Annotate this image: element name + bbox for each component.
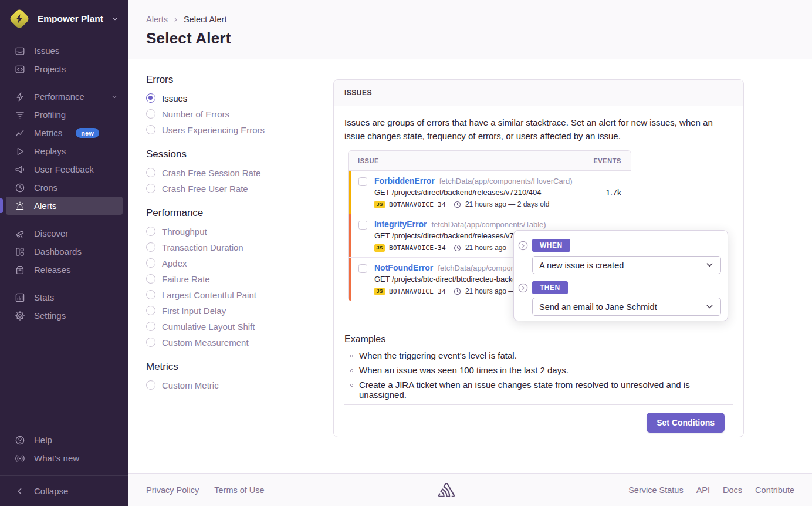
radio-icon[interactable]	[146, 258, 155, 268]
sidebar-item-projects[interactable]: Projects	[6, 60, 123, 78]
panel-footer: Set Conditions	[344, 404, 733, 440]
radio-icon[interactable]	[146, 168, 155, 177]
radio-selected-icon[interactable]	[146, 93, 155, 103]
issue-subtitle: fetchData(app/components/Table)	[431, 220, 546, 229]
docs-link[interactable]: Docs	[723, 485, 742, 495]
sidebar-item-replays[interactable]: Replays	[6, 142, 123, 160]
whats-new-icon	[15, 453, 25, 464]
alert-type-option-crash-free-user-rate[interactable]: Crash Free User Rate	[146, 183, 322, 194]
alert-type-option-first-input-delay[interactable]: First Input Delay	[146, 305, 322, 316]
when-condition-select[interactable]: A new issue is created	[532, 256, 721, 274]
bullet-icon	[350, 384, 353, 387]
profiling-icon	[15, 110, 25, 120]
level-indicator	[349, 258, 351, 301]
org-switcher[interactable]: Empower Plant	[0, 0, 128, 35]
issue-checkbox[interactable]	[358, 177, 367, 186]
sidebar-item-alerts[interactable]: Alerts	[6, 197, 123, 215]
chevron-right-icon	[172, 16, 179, 23]
contribute-link[interactable]: Contribute	[755, 485, 794, 495]
option-label: Custom Measurement	[162, 338, 249, 348]
clock-icon	[454, 244, 461, 252]
radio-icon[interactable]	[146, 227, 155, 236]
issue-events-count: 1.7k	[606, 188, 621, 197]
sidebar-item-issues[interactable]: Issues	[6, 42, 123, 60]
terms-of-use-link[interactable]: Terms of Use	[214, 485, 264, 495]
then-action-select[interactable]: Send an email to Jane Schmidt	[532, 298, 721, 316]
sidebar-collapse-button[interactable]: Collapse	[6, 482, 123, 500]
sidebar-item-metrics[interactable]: Metrics new	[6, 124, 123, 142]
breadcrumb-current: Select Alert	[184, 15, 226, 24]
alert-type-option-custom-measurement[interactable]: Custom Measurement	[146, 337, 322, 348]
radio-icon[interactable]	[146, 184, 155, 193]
privacy-policy-link[interactable]: Privacy Policy	[146, 485, 199, 495]
service-status-link[interactable]: Service Status	[628, 485, 684, 495]
issue-title-link[interactable]: ForbiddenError	[374, 176, 435, 185]
radio-icon[interactable]	[146, 242, 155, 252]
crons-icon	[15, 183, 25, 193]
radio-icon[interactable]	[146, 274, 155, 284]
chevron-down-icon	[705, 261, 714, 269]
sidebar-item-label: Collapse	[34, 486, 68, 496]
chevron-down-icon	[705, 302, 714, 311]
example-item: Create a JIRA ticket when an issue chang…	[350, 380, 733, 400]
issue-short-id: BOTANAVOICE-34	[389, 201, 446, 208]
alert-type-option-apdex[interactable]: Apdex	[146, 258, 322, 268]
sidebar-item-label: Profiling	[34, 110, 66, 120]
metrics-icon	[15, 128, 25, 139]
examples-title: Examples	[344, 334, 733, 345]
sidebar-item-profiling[interactable]: Profiling	[6, 106, 123, 124]
sidebar-item-stats[interactable]: Stats	[6, 288, 123, 306]
radio-icon[interactable]	[146, 290, 155, 299]
radio-icon[interactable]	[146, 338, 155, 347]
sidebar-item-discover[interactable]: Discover	[6, 224, 123, 242]
issue-checkbox[interactable]	[358, 264, 367, 273]
sidebar-item-dashboards[interactable]: Dashboards	[6, 242, 123, 261]
set-conditions-button[interactable]: Set Conditions	[647, 413, 725, 433]
sidebar-item-releases[interactable]: Releases	[6, 261, 123, 279]
issue-checkbox[interactable]	[358, 221, 367, 230]
radio-icon[interactable]	[146, 306, 155, 315]
alerts-icon	[15, 201, 25, 211]
api-link[interactable]: API	[696, 485, 710, 495]
sentry-logo-icon[interactable]	[438, 483, 455, 497]
sidebar-item-performance[interactable]: Performance	[6, 87, 123, 106]
sidebar-item-settings[interactable]: Settings	[6, 306, 123, 325]
sidebar-item-label: Alerts	[34, 201, 56, 211]
releases-icon	[15, 265, 25, 275]
sidebar-item-crons[interactable]: Crons	[6, 178, 123, 197]
alert-type-option-throughput[interactable]: Throughput	[146, 226, 322, 237]
alert-type-option-cumulative-layout-shift[interactable]: Cumulative Layout Shift	[146, 321, 322, 332]
option-label: Crash Free Session Rate	[162, 168, 260, 178]
issue-title-link[interactable]: NotFoundError	[374, 263, 433, 272]
radio-icon[interactable]	[146, 109, 155, 119]
replays-icon	[15, 146, 25, 157]
alert-type-option-failure-rate[interactable]: Failure Rate	[146, 274, 322, 284]
sidebar-item-label: Issues	[34, 46, 59, 56]
sidebar-item-help[interactable]: Help	[6, 431, 123, 449]
radio-icon[interactable]	[146, 380, 155, 390]
issue-subtitle: fetchData(app/component	[438, 264, 526, 272]
discover-icon	[15, 228, 25, 239]
option-label: First Input Delay	[162, 306, 226, 316]
radio-icon[interactable]	[146, 125, 155, 134]
sidebar-item-label: What's new	[34, 453, 79, 463]
alert-type-option-crash-free-session-rate[interactable]: Crash Free Session Rate	[146, 167, 322, 178]
alert-type-option-transaction-duration[interactable]: Transaction Duration	[146, 242, 322, 252]
when-condition-value: A new issue is created	[539, 261, 624, 270]
sidebar-item-label: Performance	[34, 92, 84, 102]
option-label: Apdex	[162, 258, 187, 268]
sidebar-item-whats-new[interactable]: What's new	[6, 449, 123, 467]
alert-type-option-issues[interactable]: Issues	[146, 93, 322, 103]
alert-type-option-number-of-errors[interactable]: Number of Errors	[146, 109, 322, 119]
radio-icon[interactable]	[146, 322, 155, 331]
alert-type-option-largest-contentful-paint[interactable]: Largest Contentful Paint	[146, 289, 322, 300]
alert-type-option-users-experiencing-errors[interactable]: Users Experiencing Errors	[146, 124, 322, 135]
bullet-icon	[350, 355, 353, 357]
sidebar-item-user-feedback[interactable]: User Feedback	[6, 160, 123, 178]
example-item: When an issue was seen 100 times in the …	[350, 365, 733, 375]
option-label: Number of Errors	[162, 109, 229, 119]
issue-title-link[interactable]: IntegrityError	[374, 220, 427, 229]
page-title: Select Alert	[146, 29, 231, 48]
alert-type-option-custom-metric[interactable]: Custom Metric	[146, 380, 322, 390]
breadcrumb-alerts-link[interactable]: Alerts	[146, 15, 168, 24]
